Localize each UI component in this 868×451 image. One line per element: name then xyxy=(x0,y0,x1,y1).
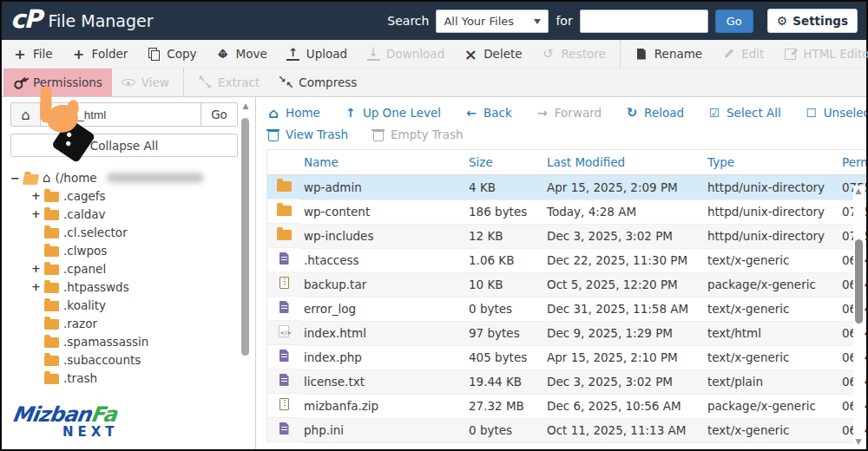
file-type-cell: package/x-generic xyxy=(704,394,838,418)
nav-link-select-all[interactable]: Select All xyxy=(707,106,781,120)
file-row-mizbanfa-zip[interactable]: mizbanfa.zip 27.32 MB Dec 6, 2025, 10:56… xyxy=(267,394,866,418)
collapse-all-button[interactable]: Collapse All xyxy=(10,134,238,157)
column-header-permissions[interactable]: Permissions xyxy=(838,150,866,175)
tree-item-cl-selector[interactable]: .cl.selector xyxy=(10,223,234,241)
file-row-htaccess[interactable]: .htaccess 1.06 KB Dec 22, 2025, 11:30 PM… xyxy=(267,248,866,272)
tree-item-koality[interactable]: .koality xyxy=(10,296,234,314)
file-modified-cell: Dec 3, 2025, 3:02 PM xyxy=(543,369,704,394)
settings-button[interactable]: ⚙ Settings xyxy=(767,9,858,33)
tree-item-label: .subaccounts xyxy=(63,353,141,367)
delete-button[interactable]: Delete xyxy=(454,40,531,68)
nav-link-unselect-all[interactable]: Unselect All xyxy=(805,106,866,120)
toolbar-icon xyxy=(122,75,135,89)
tree-items: + .cagefs + .caldav xyxy=(10,186,234,387)
file-row-error-log[interactable]: error_log 0 bytes Dec 31, 2025, 11:58 AM… xyxy=(267,297,866,321)
search-go-button[interactable]: Go xyxy=(715,10,753,33)
tree-item-cagefs[interactable]: + .cagefs xyxy=(10,186,234,205)
compress-button[interactable]: Compress xyxy=(269,69,366,96)
download-button: Download xyxy=(357,40,454,68)
column-header-size[interactable]: Size xyxy=(465,150,543,175)
file-row-wp-admin[interactable]: wp-admin 4 KB Apr 15, 2025, 2:09 PM http… xyxy=(267,175,866,200)
nav-label: Empty Trash xyxy=(391,127,464,141)
nav-icon xyxy=(266,106,280,120)
file-type-icon xyxy=(279,350,289,362)
copy-button[interactable]: Copy xyxy=(137,40,206,68)
scroll-down-arrow[interactable]: ▼ xyxy=(853,436,864,447)
tree-item-label: .spamassassin xyxy=(63,335,148,349)
tree-item-htpasswds[interactable]: + .htpasswds xyxy=(10,278,234,296)
file-rows: wp-admin 4 KB Apr 15, 2025, 2:09 PM http… xyxy=(267,175,866,443)
collapse-icon[interactable]: − xyxy=(10,172,19,185)
path-go-button[interactable]: Go xyxy=(201,103,237,126)
column-header-type[interactable]: Type xyxy=(704,150,838,175)
tree-item-razor[interactable]: .razor xyxy=(10,314,234,332)
sidebar-home-button[interactable]: ⌂ xyxy=(11,103,41,126)
toolbar-row-1: File Folder Copy Move xyxy=(2,40,866,69)
nav-link-reload[interactable]: Reload xyxy=(625,106,684,120)
column-header-last-modified[interactable]: Last Modified xyxy=(543,150,704,175)
file-type-icon xyxy=(279,277,289,289)
permissions-button[interactable]: Permissions xyxy=(3,69,112,96)
tree-item-caldav[interactable]: + .caldav xyxy=(10,205,234,223)
tree-item-cpanel[interactable]: + .cpanel xyxy=(10,259,234,278)
file-row-index-php[interactable]: index.php 405 bytes Apr 15, 2025, 2:10 P… xyxy=(267,345,866,369)
search-scope-value: All Your Files xyxy=(444,15,514,28)
file-row-php-ini[interactable]: php.ini 0 bytes Oct 11, 2025, 11:13 AM t… xyxy=(267,418,866,442)
file-row-wp-includes[interactable]: wp-includes 12 KB Dec 3, 2025, 3:02 PM h… xyxy=(267,224,866,248)
file-row-wp-content[interactable]: wp-content 186 bytes Today, 4:28 AM http… xyxy=(267,199,866,224)
file-type-cell: text/plain xyxy=(704,369,838,394)
nav-icon xyxy=(344,106,358,120)
file-modified-cell: Oct 5, 2025, 12:20 PM xyxy=(543,272,704,297)
folder-icon xyxy=(44,228,59,239)
tree-item-label: .razor xyxy=(63,317,97,330)
column-header-name[interactable]: Name xyxy=(300,150,465,175)
move-button[interactable]: Move xyxy=(207,40,277,68)
file-type-cell: httpd/unix-directory xyxy=(704,175,838,200)
folder-button[interactable]: Folder xyxy=(62,40,138,68)
tree-item-label: .cagefs xyxy=(63,189,106,203)
column-header-icon xyxy=(267,150,300,175)
file-row-index-html[interactable]: index.html 97 bytes Dec 9, 2025, 1:29 PM… xyxy=(267,321,866,345)
folder-icon xyxy=(44,374,59,384)
file-list-pane: Home Up One Level Back Forward xyxy=(256,97,866,449)
scrollbar-thumb[interactable] xyxy=(855,239,863,324)
nav-link-up-one-level[interactable]: Up One Level xyxy=(344,106,441,120)
rename-button[interactable]: Rename xyxy=(625,40,712,68)
tree-item-clwpos[interactable]: .clwpos xyxy=(10,241,234,259)
nav-link-back[interactable]: Back xyxy=(464,106,512,120)
search-scope-select[interactable]: All Your Files xyxy=(436,10,549,33)
sidebar-scrollbar[interactable]: ▲ xyxy=(240,101,251,442)
scroll-up-arrow[interactable]: ▲ xyxy=(240,101,251,111)
tree-item-spamassassin[interactable]: .spamassassin xyxy=(10,332,234,350)
file-type-cell: text/x-generic xyxy=(704,297,838,321)
toolbar-label: File xyxy=(33,47,53,61)
scroll-up-arrow[interactable]: ▲ xyxy=(853,186,864,196)
scrollbar-thumb[interactable] xyxy=(241,118,249,356)
file-name-cell: backup.tar xyxy=(300,272,465,297)
file-size-cell: 0 bytes xyxy=(465,297,543,321)
file-size-cell: 12 KB xyxy=(465,224,543,248)
path-input[interactable] xyxy=(41,103,201,126)
file-list-scrollbar[interactable]: ▲ ▼ xyxy=(853,186,865,447)
tree-item-trash[interactable]: .trash xyxy=(10,369,234,387)
file-name-cell: php.ini xyxy=(300,418,465,442)
file-size-cell: 10 KB xyxy=(465,272,543,297)
nav-link-view-trash[interactable]: View Trash xyxy=(266,127,348,141)
file-row-backup-tar[interactable]: backup.tar 10 KB Oct 5, 2025, 12:20 PM p… xyxy=(267,272,866,297)
search-input[interactable] xyxy=(580,10,708,33)
toolbar-icon xyxy=(198,75,212,89)
tree-item-subaccounts[interactable]: .subaccounts xyxy=(10,350,234,369)
file-button[interactable]: File xyxy=(3,40,62,68)
nav-link-home[interactable]: Home xyxy=(266,106,320,120)
file-name-cell: license.txt xyxy=(300,369,465,394)
file-type-cell: text/x-generic xyxy=(704,345,838,369)
toolbar-label: Extract xyxy=(218,75,260,89)
open-folder-icon xyxy=(23,174,39,185)
upload-button[interactable]: Upload xyxy=(277,40,357,68)
file-modified-cell: Dec 3, 2025, 3:02 PM xyxy=(543,224,704,248)
path-bar: ⌂ Go xyxy=(10,102,238,127)
folder-icon xyxy=(44,210,59,220)
file-type-icon xyxy=(279,398,289,410)
tree-root-home[interactable]: − ⌂ (/home xyxy=(10,169,234,186)
file-row-license-txt[interactable]: license.txt 19.44 KB Dec 3, 2025, 3:02 P… xyxy=(267,369,866,394)
